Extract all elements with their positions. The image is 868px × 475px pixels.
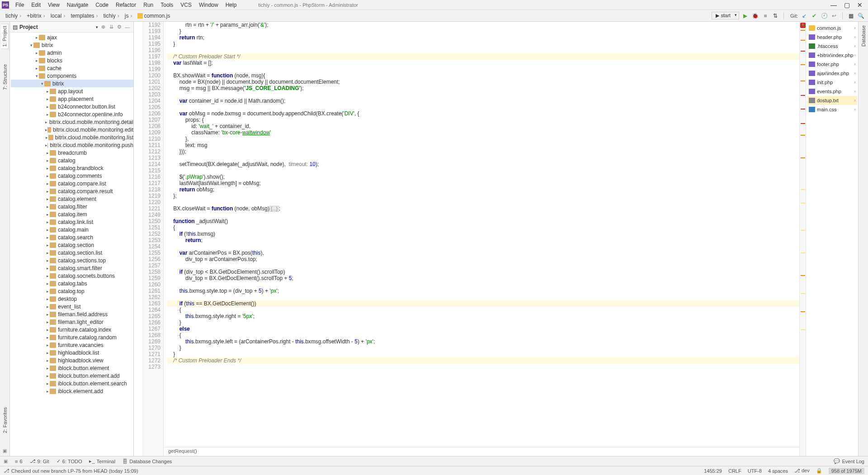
menu-file[interactable]: File [12, 1, 28, 9]
tree-node[interactable]: ▸fileman.light_editor [11, 318, 133, 326]
recent-file[interactable]: main.css× [807, 105, 857, 114]
tw-messages[interactable]: ≡ 6 [15, 459, 23, 464]
search-everywhere-icon[interactable]: 🔍 [857, 12, 864, 19]
tree-node[interactable]: ▸iblock.button.element [11, 364, 133, 372]
tree-node[interactable]: ▸catalog.compare.list [11, 180, 133, 187]
tree-node[interactable]: ▸desktop [11, 295, 133, 303]
tree-node[interactable]: ▸catalog.socnets.buttons [11, 272, 133, 280]
menu-help[interactable]: Help [222, 1, 241, 9]
tree-node[interactable]: ▾bitrix [11, 41, 133, 49]
tree-node[interactable]: ▸furniture.catalog.index [11, 326, 133, 333]
breadcrumb-segment[interactable]: local [49, 12, 69, 20]
breadcrumb-segment[interactable]: templates [69, 12, 101, 20]
tree-node[interactable]: ▸bitrix.cloud.mobile.monitoring.detail [11, 118, 133, 126]
rail-collapse-icon[interactable]: ▣ [3, 448, 7, 453]
toolwin-toggle-icon[interactable]: ▣ [4, 459, 8, 464]
tree-node[interactable]: ▸furniture.vacancies [11, 341, 133, 349]
tree-node[interactable]: ▸catalog.compare.result [11, 187, 133, 195]
tree-node[interactable]: ▸app.layout [11, 87, 133, 95]
tree-node[interactable]: ▸bitrix.cloud.mobile.monitoring.list [11, 133, 133, 141]
tree-node[interactable]: ▸cache [11, 64, 133, 72]
tree-node[interactable]: ▸catalog.section [11, 241, 133, 249]
tw-terminal[interactable]: ▸_ Terminal [89, 458, 115, 464]
breadcrumb-segment[interactable]: common.js [136, 12, 172, 20]
tw-todo[interactable]: ✓ 6: TODO [57, 458, 82, 464]
tw-eventlog[interactable]: 💬 Event Log [834, 458, 864, 464]
run-icon[interactable]: ▶ [742, 12, 749, 19]
locate-icon[interactable]: ⊕ [100, 24, 106, 30]
tree-node[interactable]: ▸breadcrumb [11, 149, 133, 157]
recent-file[interactable]: events.php× [807, 87, 857, 96]
tree-node[interactable]: ▸catalog.top [11, 287, 133, 295]
close-icon[interactable]: ✕ [857, 1, 863, 9]
tree-node[interactable]: ▸catalog.comments [11, 172, 133, 180]
breadcrumb-segment[interactable]: +bitrix [25, 12, 48, 20]
menu-run[interactable]: Run [140, 1, 157, 9]
recent-file[interactable]: header.php× [807, 33, 857, 42]
tree-node[interactable]: ▸catalog.item [11, 210, 133, 218]
rail-tab-project[interactable]: 1: Project [1, 24, 9, 49]
rail-tab-favorites[interactable]: 2: Favorites [1, 405, 9, 435]
editor-breadcrumb[interactable]: getRequest() [164, 447, 799, 456]
menu-refactor[interactable]: Refactor [112, 1, 140, 9]
update-icon[interactable]: ⇅ [772, 12, 779, 19]
menu-edit[interactable]: Edit [28, 1, 44, 9]
memory-indicator[interactable]: 958 of 1975M [829, 468, 864, 474]
tree-node[interactable]: ▸iblock.button.element.search [11, 380, 133, 387]
git-history-icon[interactable]: 🕘 [821, 12, 828, 19]
tree-node[interactable]: ▸furniture.catalog.random [11, 333, 133, 341]
tw-dbchanges[interactable]: 🗄 Database Changes [123, 459, 172, 464]
settings-icon[interactable]: ⚙ [116, 24, 123, 30]
editor-code[interactable]: rtn = rtn + '/' + params_arr.join('&'); … [164, 22, 799, 447]
tree-node[interactable]: ▸bitrix.cloud.mobile.monitoring.push [11, 141, 133, 149]
tree-node[interactable]: ▸admin [11, 49, 133, 57]
line-separator[interactable]: CRLF [728, 468, 741, 474]
tree-node[interactable]: ▸catalog.element [11, 195, 133, 203]
git-commit-icon[interactable]: ✔ [811, 12, 818, 19]
menu-navigate[interactable]: Navigate [63, 1, 92, 9]
maximize-icon[interactable]: ▢ [844, 1, 850, 9]
git-branch[interactable]: ⎇ dev [794, 468, 810, 474]
rail-tab-structure[interactable]: 7: Structure [1, 62, 9, 92]
tree-node[interactable]: ▸catalog [11, 157, 133, 164]
recent-file[interactable]: dostup.txt× [807, 96, 857, 105]
breadcrumb-segment[interactable]: tichiy [4, 12, 25, 20]
indent-info[interactable]: 4 spaces [768, 468, 788, 474]
inspection-indicator-icon[interactable]: ! [800, 23, 806, 28]
recent-file[interactable]: init.php× [807, 78, 857, 87]
tree-node[interactable]: ▸catalog.sections.top [11, 256, 133, 264]
caret-position[interactable]: 1455:29 [704, 468, 722, 474]
tree-node[interactable]: ▸event_list [11, 303, 133, 310]
editor-gutter[interactable]: 1192119311941195119611971198119912001201… [143, 22, 164, 456]
tree-node[interactable]: ▸catalog.link.list [11, 218, 133, 226]
tree-node[interactable]: ▸catalog.smart.filter [11, 264, 133, 272]
menu-vcs[interactable]: VCS [177, 1, 195, 9]
tree-node[interactable]: ▸catalog.section.list [11, 249, 133, 256]
recent-file[interactable]: ajax\index.php× [807, 69, 857, 78]
tree-node[interactable]: ▸iblock.button.element.add [11, 372, 133, 380]
collapse-all-icon[interactable]: ⇊ [108, 24, 114, 30]
tree-node[interactable]: ▸bitrix.cloud.mobile.monitoring.edit [11, 126, 133, 133]
recent-file[interactable]: .htaccess× [807, 42, 857, 51]
minimize-icon[interactable]: — [830, 1, 837, 9]
tree-node[interactable]: ▸highloadblock.list [11, 349, 133, 356]
rail-tab-database[interactable]: Database [860, 24, 867, 48]
menu-code[interactable]: Code [92, 1, 112, 9]
stop-icon[interactable]: ■ [762, 12, 769, 19]
tree-node[interactable]: ▸ajax [11, 33, 133, 41]
file-encoding[interactable]: UTF-8 [748, 468, 762, 474]
debug-icon[interactable]: 🐞 [752, 12, 759, 19]
menu-tools[interactable]: Tools [157, 1, 177, 9]
tree-node[interactable]: ▸b24connector.button.list [11, 103, 133, 110]
project-tree[interactable]: ▸ajax▾bitrix▸admin▸blocks▸cache▾componen… [10, 33, 133, 456]
tree-node[interactable]: ▸highloadblock.view [11, 356, 133, 364]
breadcrumb-segment[interactable]: js [123, 12, 136, 20]
tree-node[interactable]: ▸catalog.brandblock [11, 164, 133, 172]
menu-window[interactable]: Window [195, 1, 222, 9]
git-revert-icon[interactable]: ↩ [830, 12, 838, 19]
error-stripe[interactable]: ! [799, 22, 806, 456]
tree-node[interactable]: ▸catalog.tabs [11, 280, 133, 287]
tree-node[interactable]: ▸catalog.filter [11, 203, 133, 210]
tw-git[interactable]: ⎇ 9: Git [30, 458, 49, 464]
lock-icon[interactable]: 🔒 [816, 468, 822, 474]
